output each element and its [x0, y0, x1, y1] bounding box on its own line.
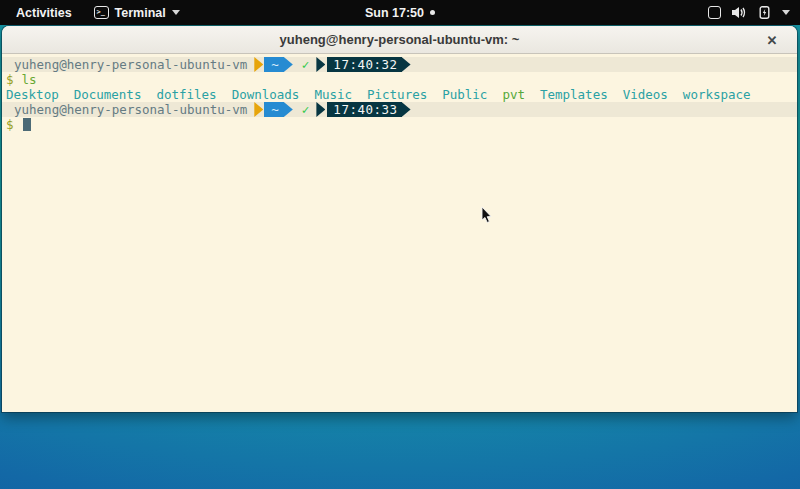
terminal-window: yuheng@henry-personal-ubuntu-vm: ~ ✕ yuh… — [2, 26, 797, 412]
powerline-arrow-icon — [316, 102, 325, 117]
dir-entry: Music — [314, 87, 352, 102]
dir-entry: Documents — [74, 87, 142, 102]
input-line[interactable]: $ — [2, 117, 797, 132]
dir-entry: Pictures — [367, 87, 427, 102]
powerline-arrow-icon — [284, 57, 293, 72]
chevron-down-icon — [782, 10, 790, 15]
system-status-area[interactable] — [708, 0, 790, 25]
activities-button[interactable]: Activities — [12, 4, 76, 22]
app-menu-label: Terminal — [115, 6, 166, 20]
powerline-arrow-icon — [316, 57, 325, 72]
prompt-cwd: ~ — [264, 57, 284, 72]
powerline-arrow-icon — [254, 102, 263, 117]
clock[interactable]: Sun 17:50 — [365, 6, 424, 20]
dir-entry: Desktop — [6, 87, 59, 102]
dir-entry: pvt — [502, 87, 525, 102]
text-cursor-block — [23, 118, 31, 131]
powerline-segments: ~ ✓ 17:40:32 — [254, 57, 410, 72]
terminal-icon: >_ — [94, 6, 109, 19]
dir-entry: Public — [442, 87, 487, 102]
dir-entry: Videos — [623, 87, 668, 102]
desktop: Activities >_ Terminal Sun 17:50 — [0, 0, 800, 489]
dir-entry: dotfiles — [156, 87, 216, 102]
status-check-icon: ✓ — [302, 102, 310, 117]
prompt-line: yuheng@henry-personal-ubuntu-vm ~ ✓ 17:4… — [2, 102, 797, 117]
powerline-arrow-icon — [254, 57, 263, 72]
prompt-line: yuheng@henry-personal-ubuntu-vm ~ ✓ 17:4… — [2, 57, 797, 72]
gnome-top-bar: Activities >_ Terminal Sun 17:50 — [0, 0, 800, 25]
dir-entry: workspace — [683, 87, 751, 102]
command-line: $ ls — [2, 72, 797, 87]
powerline-segments: ~ ✓ 17:40:33 — [254, 102, 410, 117]
mouse-cursor-icon — [481, 206, 493, 224]
close-icon[interactable]: ✕ — [763, 31, 781, 49]
chevron-down-icon — [172, 10, 180, 15]
display-icon — [708, 6, 721, 19]
command-text: ls — [22, 72, 37, 87]
powerline-arrow-icon — [402, 102, 411, 117]
app-menu-terminal[interactable]: >_ Terminal — [94, 6, 180, 20]
prompt-time: 17:40:33 — [327, 102, 401, 117]
prompt-time: 17:40:32 — [327, 57, 401, 72]
battery-charging-icon — [758, 6, 771, 19]
prompt-symbol: $ — [6, 72, 14, 87]
notification-dot-icon — [430, 10, 435, 15]
prompt-cwd: ~ — [264, 102, 284, 117]
status-check-icon: ✓ — [302, 57, 310, 72]
prompt-user: yuheng@henry-personal-ubuntu-vm — [14, 102, 247, 117]
window-titlebar[interactable]: yuheng@henry-personal-ubuntu-vm: ~ ✕ — [2, 26, 797, 54]
powerline-arrow-icon — [402, 57, 411, 72]
dir-entry: Templates — [540, 87, 608, 102]
powerline-arrow-icon — [284, 102, 293, 117]
prompt-symbol: $ — [6, 117, 14, 132]
prompt-user: yuheng@henry-personal-ubuntu-vm — [14, 57, 247, 72]
volume-icon — [732, 6, 747, 19]
terminal-content[interactable]: yuheng@henry-personal-ubuntu-vm ~ ✓ 17:4… — [2, 54, 797, 411]
window-title: yuheng@henry-personal-ubuntu-vm: ~ — [280, 32, 520, 47]
ls-output: Desktop Documents dotfiles Downloads Mus… — [2, 87, 797, 102]
dir-entry: Downloads — [232, 87, 300, 102]
